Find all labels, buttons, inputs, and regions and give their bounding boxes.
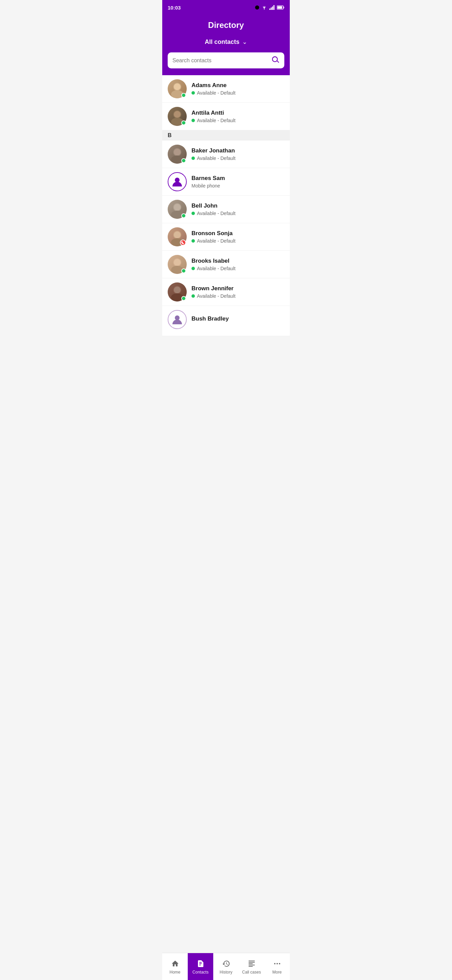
status-text: Available - Default xyxy=(197,293,235,299)
status-dot xyxy=(192,267,195,270)
signal-icon xyxy=(270,5,275,10)
contact-info: Bronson Sonja Available - Default xyxy=(192,230,284,243)
contacts-list: Adams Anne Available - Default xyxy=(162,75,290,336)
status-dot xyxy=(192,119,195,122)
contact-name: Brown Jennifer xyxy=(192,285,284,292)
svg-rect-2 xyxy=(270,8,270,10)
wifi-icon xyxy=(261,5,267,10)
status-indicator xyxy=(181,121,186,125)
svg-rect-7 xyxy=(284,7,284,8)
contact-item-barnes-sam[interactable]: Barnes Sam Mobile phone xyxy=(162,168,290,196)
svg-rect-4 xyxy=(272,6,273,10)
status-indicator xyxy=(181,213,186,218)
avatar-wrapper xyxy=(168,227,187,247)
battery-icon xyxy=(277,5,284,10)
avatar-wrapper xyxy=(168,79,187,98)
svg-point-30 xyxy=(174,286,181,293)
status-text: Mobile phone xyxy=(192,183,220,189)
contact-status: Available - Default xyxy=(192,211,284,216)
avatar-placeholder xyxy=(168,172,187,191)
contact-info: Adams Anne Available - Default xyxy=(192,82,284,95)
page-title: Directory xyxy=(168,21,284,30)
status-dot xyxy=(192,91,195,95)
status-text: Available - Default xyxy=(197,266,235,271)
contact-name: Brooks Isabel xyxy=(192,258,284,264)
search-icon xyxy=(272,56,279,65)
svg-point-17 xyxy=(174,149,181,156)
status-text: Available - Default xyxy=(197,156,235,161)
contact-item-bronson-sonja[interactable]: Bronson Sonja Available - Default xyxy=(162,223,290,251)
contact-name: Bell John xyxy=(192,202,284,209)
contact-item-bush-bradley[interactable]: Bush Bradley xyxy=(162,306,290,336)
contact-info: Anttila Antti Available - Default xyxy=(192,110,284,123)
contact-name: Adams Anne xyxy=(192,82,284,89)
contact-name: Baker Jonathan xyxy=(192,147,284,154)
phone-icon xyxy=(181,241,185,244)
status-dot xyxy=(192,212,195,215)
status-indicator xyxy=(181,269,186,273)
svg-point-21 xyxy=(174,204,181,211)
person-icon xyxy=(171,176,183,188)
status-text: Available - Default xyxy=(197,211,235,216)
status-time: 10:03 xyxy=(168,5,181,11)
contact-status: Available - Default xyxy=(192,118,284,123)
contact-item-bell-john[interactable]: Bell John Available - Default xyxy=(162,196,290,223)
contact-status: Available - Default xyxy=(192,266,284,271)
contact-status: Available - Default xyxy=(192,238,284,243)
svg-rect-3 xyxy=(271,8,272,10)
svg-point-24 xyxy=(174,231,181,238)
svg-point-11 xyxy=(174,83,181,90)
filter-label: All contacts xyxy=(205,38,239,46)
contact-item-baker-jonathan[interactable]: Baker Jonathan Available - Default xyxy=(162,140,290,168)
section-header-b: B xyxy=(162,130,290,140)
contact-item-brown-jennifer[interactable]: Brown Jennifer Available - Default xyxy=(162,278,290,306)
contact-item-anttila-antti[interactable]: Anttila Antti Available - Default xyxy=(162,103,290,130)
status-icons xyxy=(255,5,284,10)
contact-info: Brown Jennifer Available - Default xyxy=(192,285,284,299)
status-dot xyxy=(192,156,195,160)
status-dot xyxy=(192,294,195,298)
contact-status: Available - Default xyxy=(192,90,284,95)
search-container xyxy=(162,52,290,75)
contact-name: Anttila Antti xyxy=(192,110,284,116)
avatar-wrapper xyxy=(168,282,187,301)
contact-status: Available - Default xyxy=(192,293,284,299)
status-indicator xyxy=(181,296,186,301)
search-input[interactable] xyxy=(173,57,270,64)
svg-rect-8 xyxy=(278,6,282,9)
contact-status: Mobile phone xyxy=(192,183,284,189)
contact-name: Bronson Sonja xyxy=(192,230,284,237)
status-bar: 10:03 xyxy=(162,0,290,15)
svg-point-27 xyxy=(174,259,181,266)
svg-point-31 xyxy=(175,315,179,320)
camera-dot-icon xyxy=(255,5,259,10)
svg-point-1 xyxy=(264,9,265,10)
avatar-wrapper xyxy=(168,255,187,274)
avatar-wrapper xyxy=(168,310,187,329)
status-indicator xyxy=(181,158,186,163)
avatar-wrapper xyxy=(168,145,187,164)
busy-indicator xyxy=(180,240,186,246)
svg-point-18 xyxy=(175,178,179,182)
status-text: Available - Default xyxy=(197,238,235,243)
avatar-wrapper xyxy=(168,172,187,191)
contact-name: Bush Bradley xyxy=(192,315,284,322)
svg-point-0 xyxy=(255,5,259,10)
header: Directory xyxy=(162,15,290,38)
avatar-placeholder xyxy=(168,310,187,329)
filter-row[interactable]: All contacts ⌄ xyxy=(162,38,290,52)
contact-info: Baker Jonathan Available - Default xyxy=(192,147,284,161)
svg-point-14 xyxy=(174,111,181,118)
contact-item-adams-anne[interactable]: Adams Anne Available - Default xyxy=(162,75,290,103)
contact-info: Brooks Isabel Available - Default xyxy=(192,258,284,271)
person-icon xyxy=(171,313,183,326)
status-dot xyxy=(192,239,195,243)
status-text: Available - Default xyxy=(197,90,235,95)
avatar-wrapper xyxy=(168,200,187,219)
contact-info: Bell John Available - Default xyxy=(192,202,284,216)
avatar-wrapper xyxy=(168,107,187,126)
status-text: Available - Default xyxy=(197,118,235,123)
contact-item-brooks-isabel[interactable]: Brooks Isabel Available - Default xyxy=(162,251,290,278)
search-box xyxy=(168,52,284,68)
contact-info: Barnes Sam Mobile phone xyxy=(192,175,284,189)
